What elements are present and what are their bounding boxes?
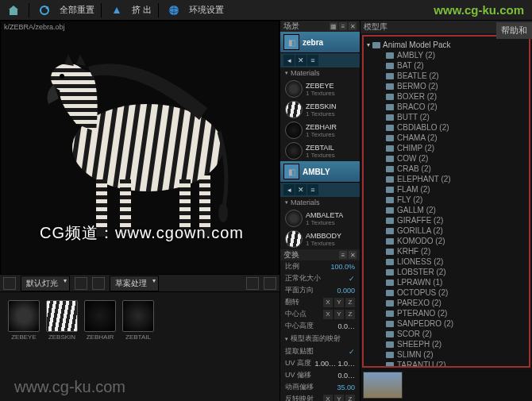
property-row[interactable]: 提取贴图✓ [280, 345, 360, 357]
object-control-icon[interactable]: ≡ [307, 55, 318, 66]
material-thumb[interactable]: ZEBTAIL [121, 300, 156, 341]
home-icon[interactable] [5, 2, 22, 19]
material-item[interactable]: ZEBEYE1 Textures [280, 79, 360, 99]
panel-tool-icon[interactable]: ≡ [339, 22, 347, 30]
materials-header[interactable]: Materials [280, 67, 360, 79]
tree-item[interactable]: CHAMA (2) [367, 133, 526, 143]
material-thumb[interactable]: ZEBEYE [6, 300, 41, 341]
property-row[interactable]: UV 偏移0.0… [280, 369, 360, 381]
mapping-section-header[interactable]: 模型表面的映射 [280, 332, 360, 345]
tree-item[interactable]: TARANTU (2) [367, 360, 526, 368]
tree-item[interactable]: CBDIABLO (2) [367, 122, 526, 133]
scene-object[interactable]: ◧AMBLY [280, 161, 360, 183]
vp-tool-icon[interactable] [246, 277, 259, 290]
tree-item[interactable]: LIONESS (2) [367, 256, 526, 267]
tree-item[interactable]: BRACO (2) [367, 102, 526, 112]
panel-tool-icon[interactable]: ≡ [339, 251, 347, 259]
axis-button[interactable]: Y [334, 310, 344, 319]
tree-item[interactable]: GORILLA (2) [367, 226, 526, 236]
property-row[interactable]: 反转映射XYZ [280, 393, 360, 401]
object-control-icon[interactable]: ◂ [283, 55, 295, 66]
property-row[interactable]: 动画偏移35.00 [280, 381, 360, 393]
axis-button[interactable]: X [323, 310, 333, 319]
tree-item[interactable]: COW (2) [367, 153, 526, 164]
material-thumb[interactable]: ZEBHAIR [83, 300, 118, 341]
preview-thumb[interactable] [363, 372, 403, 399]
axis-button[interactable]: Y [334, 298, 344, 307]
property-row[interactable]: 翻转XYZ [280, 296, 360, 308]
axis-button[interactable]: Z [345, 310, 355, 319]
property-value[interactable]: 35.00 [337, 384, 355, 391]
axis-button[interactable]: X [323, 395, 333, 402]
tree-item[interactable]: KRHF (2) [367, 246, 526, 256]
axis-button[interactable]: Z [345, 298, 355, 307]
property-value[interactable]: 0.0… [337, 372, 355, 380]
object-control-icon[interactable]: ✕ [295, 55, 306, 66]
scene-object[interactable]: ◧zebra [280, 32, 360, 53]
tree-item[interactable]: BOXER (2) [367, 91, 526, 102]
material-item[interactable]: ZEBHAIR1 Textures [280, 120, 360, 141]
vp-tool-icon[interactable] [3, 277, 16, 290]
panel-tool-icon[interactable]: ▦ [330, 22, 337, 30]
tree-item[interactable]: SCOR (2) [367, 329, 526, 339]
tree-item[interactable]: LPRAWN (1) [367, 277, 526, 287]
tree-root[interactable]: ▾Animal Model Pack [367, 40, 526, 50]
tree-item[interactable]: CHIMP (2) [367, 143, 526, 153]
tree-item[interactable]: SLIMN (2) [367, 349, 526, 360]
property-value[interactable]: 0.000 [337, 287, 355, 295]
tree-item[interactable]: SANPEDRO (2) [367, 318, 526, 329]
material-item[interactable]: ZEBTAIL1 Textures [280, 141, 360, 161]
axis-button[interactable]: Y [334, 395, 344, 402]
object-control-icon[interactable]: ◂ [283, 184, 295, 195]
tree-item[interactable]: GALLM (2) [367, 205, 526, 215]
property-row[interactable]: 平面方向0.000 [280, 284, 360, 296]
tree-item[interactable]: FLY (2) [367, 195, 526, 205]
extrude-button[interactable]: 挤 出 [132, 4, 152, 16]
tree-item[interactable]: ELEPHANT (2) [367, 174, 526, 184]
tree-item[interactable]: PTERANO (2) [367, 308, 526, 318]
property-row[interactable]: 中心点XYZ [280, 308, 360, 320]
panel-tool-icon[interactable]: ✕ [349, 251, 357, 259]
tree-item[interactable]: BERMO (2) [367, 81, 526, 91]
vp-tool-icon[interactable] [264, 277, 276, 290]
render-dropdown[interactable]: 草案处理 [110, 276, 159, 291]
property-value[interactable]: ✓ [349, 275, 355, 283]
tree-item[interactable]: AMBLY (2) [367, 50, 526, 60]
material-thumb[interactable]: ZEBSKIN [44, 300, 79, 341]
refresh-icon[interactable] [36, 2, 53, 19]
tree-item[interactable]: OCTOPUS (2) [367, 287, 526, 298]
axis-button[interactable]: Z [345, 395, 355, 402]
object-control-icon[interactable]: ≡ [307, 184, 318, 195]
reset-button[interactable]: 全部重置 [60, 4, 94, 16]
extrude-icon[interactable] [108, 2, 125, 19]
tree-item[interactable]: BEATLE (2) [367, 71, 526, 81]
tree-item[interactable]: SHEEPH (2) [367, 339, 526, 349]
tree-item[interactable]: FLAM (2) [367, 184, 526, 195]
tree-item[interactable]: GIRAFFE (2) [367, 215, 526, 226]
help-button[interactable]: 帮助和 [496, 22, 532, 39]
property-row[interactable]: UV 高度1.00… 1.0… [280, 357, 360, 369]
tree-item[interactable]: CRAB (2) [367, 164, 526, 174]
material-item[interactable]: AMBBODY1 Textures [280, 229, 360, 249]
model-library-tree[interactable]: ▾Animal Model Pack AMBLY (2)BAT (2)BEATL… [362, 35, 530, 368]
object-control-icon[interactable]: ✕ [295, 184, 306, 195]
tree-item[interactable]: LOBSTER (2) [367, 267, 526, 277]
property-row[interactable]: 中心高度0.0… [280, 320, 360, 332]
tree-item[interactable]: KOMODO (2) [367, 236, 526, 246]
property-value[interactable]: ✓ [349, 348, 355, 356]
env-settings-button[interactable]: 环境设置 [189, 4, 224, 16]
panel-tool-icon[interactable]: ✕ [349, 22, 357, 30]
vp-tool-icon[interactable] [75, 277, 87, 290]
tree-item[interactable]: BUTT (2) [367, 112, 526, 122]
axis-button[interactable]: X [323, 298, 333, 307]
vp-tool-icon[interactable] [92, 277, 105, 290]
lighting-dropdown[interactable]: 默认灯光 [21, 276, 70, 291]
material-item[interactable]: AMBALETA1 Textures [280, 208, 360, 229]
property-value[interactable]: 0.0… [337, 322, 355, 330]
property-row[interactable]: 比例100.0% [280, 260, 360, 272]
tree-item[interactable]: BAT (2) [367, 60, 526, 71]
property-row[interactable]: 正常化大小✓ [280, 272, 360, 284]
materials-header[interactable]: Materials [280, 197, 360, 208]
property-value[interactable]: 1.00… 1.0… [314, 360, 355, 368]
property-value[interactable]: 100.0% [330, 263, 355, 271]
